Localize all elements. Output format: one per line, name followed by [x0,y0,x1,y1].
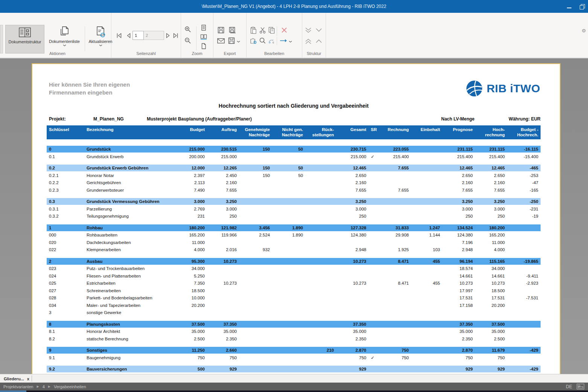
group-label-export: Export [213,51,246,56]
cell-schluessel: 0.3.1 [47,206,84,213]
language-indicator[interactable]: DE [566,384,572,389]
save-button[interactable] [216,26,225,35]
table-row-0.2.2: 0.2.2Gerichtsgebühren2.1132.1602.1602.16… [47,179,541,187]
cell-rueckstellungen [305,336,336,343]
expand-level-button[interactable] [314,26,323,35]
cell-genehmigte-nachtraege [239,153,272,161]
goto-dropdown-button[interactable] [288,37,292,46]
cell-bezeichnung: Honorar Notar [84,172,172,180]
actual-size-button[interactable] [199,41,208,50]
last-page-button[interactable] [171,31,180,40]
dokumentenliste-button[interactable]: Dokumentenliste [46,25,83,53]
cell-budget: 4.000 [172,246,207,254]
paste-button[interactable] [249,26,258,35]
cell-prognose: 18.574 [442,265,475,273]
cell-rueckstellungen: 210 [305,347,336,354]
collapse-level-button[interactable] [314,37,323,46]
cell-budget-hochrech [507,328,541,336]
breadcrumb-vergabeeinheiten[interactable]: Vergabeeinheiten [54,384,86,389]
cell-budget: 34.000 [172,265,207,273]
cell-sr [369,146,380,153]
delete-button[interactable] [280,26,289,35]
cell-rechnung [380,302,411,310]
tab-gliederung[interactable]: Gliederu... x [2,375,32,383]
save-as-button[interactable] [228,26,237,35]
first-page-button[interactable] [114,31,123,40]
previous-page-button[interactable] [124,31,133,40]
cell-nicht-gen-nachtraege [272,302,305,310]
settings-gear-icon[interactable]: ⚙ [582,28,586,34]
cell-einbehalt [411,328,442,336]
collapse-all-button[interactable] [304,37,313,46]
save-icon [218,27,224,34]
current-page-input[interactable] [133,31,144,40]
cell-hochrechnung: 2.500 [475,336,507,343]
cell-gesamt [336,273,369,280]
cell-einbehalt [411,347,442,354]
table-row-0.2: 0.2Grundstück Erwerb Gebühren12.00012.26… [47,165,541,171]
copy-button[interactable] [267,26,276,35]
plugin-search-button[interactable] [249,36,258,45]
cell-schluessel: 0.2.3 [47,187,84,194]
fit-width-button[interactable] [199,32,208,41]
expand-all-button[interactable] [304,26,313,35]
cell-auftrag: 121.982 [207,224,239,231]
keyboard-icon[interactable] [577,384,584,389]
breadcrumb-projektvarianten[interactable]: Projektvarianten [3,384,34,389]
cell-schluessel: 0.3 [47,198,84,205]
cell-rechnung [380,206,411,213]
send-mail-button[interactable] [216,36,225,45]
scissors-icon [259,27,266,34]
cell-budget-hochrech: -15.400 [507,153,541,161]
cell-prognose [442,309,475,317]
cell-prognose: 2.948 [442,246,475,254]
cutoff-button[interactable] [0,25,3,53]
cell-sr [369,239,380,247]
cell-hochrechnung: 37.500 [475,321,507,328]
cell-gesamt: 12.465 [336,165,369,171]
cell-nicht-gen-nachtraege [272,179,305,187]
envelope-icon [217,38,225,44]
cell-sr [369,213,380,220]
aktualisieren-button[interactable]: Aktualisieren [87,25,114,53]
tab-close-button[interactable]: x [27,377,29,381]
document-list-icon [46,25,83,39]
restore-button[interactable] [580,4,584,9]
export-dropdown-button[interactable] [236,37,241,46]
cell-nicht-gen-nachtraege [272,153,305,161]
cell-einbehalt [411,165,442,171]
search-button[interactable] [258,36,267,45]
cell-auftrag: 3.000 [207,206,239,213]
cell-budget-hochrech: -16.115 [507,146,541,153]
cell-prognose: 12.465 [442,165,475,171]
cell-rueckstellungen [305,273,336,280]
dokumentstruktur-button[interactable]: Dokumentstruktur [5,25,44,53]
cell-auftrag: 2.660 [207,347,239,354]
cell-bezeichnung: Honorar Architekt [84,328,172,336]
tab-separator [32,375,32,381]
goto-button[interactable] [279,36,288,45]
cell-sr [369,187,380,194]
cell-budget: 750 [172,354,207,362]
fit-page-button[interactable] [199,23,208,32]
cell-genehmigte-nachtraege [239,328,272,336]
zoom-in-button[interactable] [183,25,192,34]
cell-genehmigte-nachtraege [239,354,272,362]
export-save-menu-button[interactable] [227,36,236,45]
cell-gesamt [336,239,369,247]
cell-einbehalt [411,198,442,205]
minimize-button[interactable] [567,5,571,8]
cut-button[interactable] [258,26,267,35]
zoom-out-button[interactable] [183,36,192,45]
cell-schluessel: 8 [47,321,84,328]
rib-globe-icon [466,80,483,97]
cell-einbehalt: 455 [411,280,442,287]
table-row-9.1: 9.1Baugenehmigung750750750✓750750750 [47,354,541,362]
breadcrumb-variant-number[interactable]: 4 [43,384,45,389]
cell-sr [369,302,380,310]
cell-auftrag: 2.016 [207,246,239,254]
replace-button[interactable]: bc [267,36,276,45]
previous-page-icon [126,32,131,39]
cell-prognose: 250 [442,213,475,220]
cell-gesamt: 7.655 [336,187,369,194]
